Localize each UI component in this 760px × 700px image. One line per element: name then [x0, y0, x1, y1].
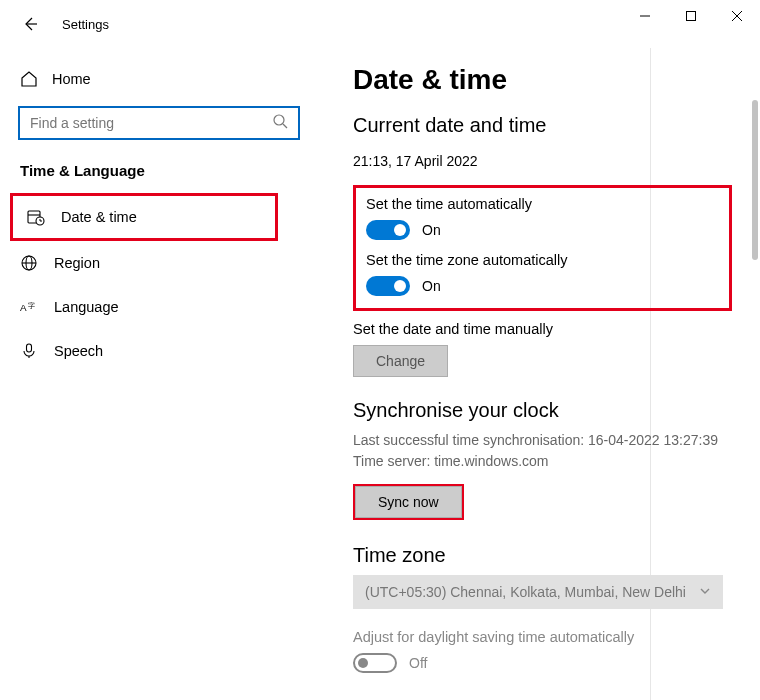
- svg-text:A: A: [20, 302, 27, 313]
- svg-line-6: [283, 124, 287, 128]
- highlight-auto-settings: Set the time automatically On Set the ti…: [353, 185, 732, 311]
- sidebar-item-label: Region: [54, 255, 100, 271]
- tz-heading: Time zone: [353, 544, 732, 567]
- sidebar-item-label: Home: [52, 71, 91, 87]
- sidebar-item-speech[interactable]: Speech: [0, 329, 325, 373]
- app-title: Settings: [62, 17, 109, 32]
- sync-now-button[interactable]: Sync now: [355, 486, 462, 518]
- dst-state: Off: [409, 655, 427, 671]
- back-button[interactable]: [18, 12, 42, 36]
- svg-rect-17: [27, 344, 32, 352]
- sidebar-item-region[interactable]: Region: [0, 241, 325, 285]
- maximize-button[interactable]: [668, 0, 714, 32]
- set-tz-auto-toggle[interactable]: [366, 276, 410, 296]
- dst-label: Adjust for daylight saving time automati…: [353, 629, 732, 645]
- manual-label: Set the date and time manually: [353, 321, 732, 337]
- window-controls: [622, 0, 760, 32]
- sidebar: Home Time & Language Date & time: [0, 48, 325, 700]
- sidebar-category: Time & Language: [0, 158, 325, 193]
- sidebar-item-label: Date & time: [61, 209, 137, 225]
- current-datetime-value: 21:13, 17 April 2022: [353, 153, 732, 169]
- sync-last: Last successful time synchronisation: 16…: [353, 430, 732, 451]
- change-button: Change: [353, 345, 448, 377]
- language-icon: A字: [20, 298, 38, 316]
- minimize-button[interactable]: [622, 0, 668, 32]
- search-input[interactable]: [30, 115, 272, 131]
- current-datetime-heading: Current date and time: [353, 114, 732, 137]
- sync-info: Last successful time synchronisation: 16…: [353, 430, 732, 472]
- search-input-wrap[interactable]: [18, 106, 300, 140]
- chevron-down-icon: [699, 584, 711, 600]
- sidebar-item-language[interactable]: A字 Language: [0, 285, 325, 329]
- dst-toggle: [353, 653, 397, 673]
- svg-text:字: 字: [28, 301, 35, 310]
- set-tz-auto-state: On: [422, 278, 441, 294]
- sidebar-item-date-time[interactable]: Date & time: [10, 193, 278, 241]
- set-time-auto-state: On: [422, 222, 441, 238]
- date-time-icon: [27, 208, 45, 226]
- sidebar-item-home[interactable]: Home: [0, 60, 325, 98]
- sidebar-item-label: Language: [54, 299, 119, 315]
- set-tz-auto-label: Set the time zone automatically: [366, 252, 719, 268]
- sidebar-item-label: Speech: [54, 343, 103, 359]
- microphone-icon: [20, 342, 38, 360]
- sync-server: Time server: time.windows.com: [353, 451, 732, 472]
- main-content: Date & time Current date and time 21:13,…: [325, 48, 760, 673]
- tz-value: (UTC+05:30) Chennai, Kolkata, Mumbai, Ne…: [365, 584, 686, 600]
- search-icon: [272, 113, 288, 133]
- svg-rect-1: [687, 12, 696, 21]
- svg-point-5: [274, 115, 284, 125]
- set-time-auto-label: Set the time automatically: [366, 196, 719, 212]
- globe-icon: [20, 254, 38, 272]
- page-title: Date & time: [353, 64, 732, 96]
- close-button[interactable]: [714, 0, 760, 32]
- sync-heading: Synchronise your clock: [353, 399, 732, 422]
- home-icon: [20, 70, 38, 88]
- set-time-auto-toggle[interactable]: [366, 220, 410, 240]
- tz-select: (UTC+05:30) Chennai, Kolkata, Mumbai, Ne…: [353, 575, 723, 609]
